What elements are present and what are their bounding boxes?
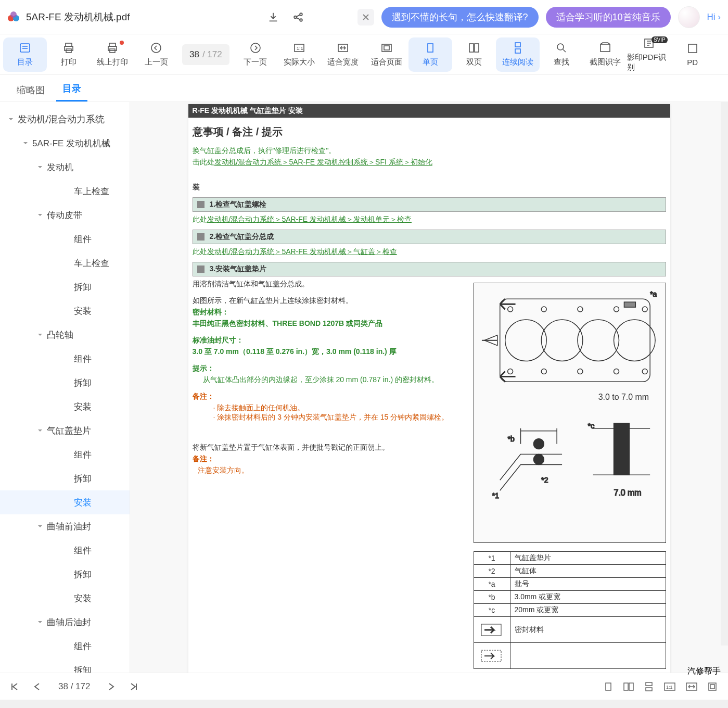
- toc-item[interactable]: 凸轮轴: [0, 323, 130, 347]
- toc-item[interactable]: 组件: [0, 347, 130, 371]
- toc-item[interactable]: 拆卸: [0, 658, 130, 673]
- tool-double[interactable]: 双页: [452, 37, 496, 72]
- greeting[interactable]: Hi ›: [707, 12, 721, 22]
- svg-text:*1: *1: [492, 491, 499, 500]
- next-icon: [249, 42, 262, 54]
- tool-find[interactable]: 查找: [540, 37, 583, 72]
- tool-single[interactable]: 单页: [408, 37, 452, 72]
- section-label: 装: [193, 183, 666, 192]
- caret-icon[interactable]: [22, 140, 29, 147]
- tool-actual[interactable]: 1:1实际大小: [277, 37, 321, 72]
- toc-item[interactable]: 车上检查: [0, 179, 130, 203]
- toc-item[interactable]: 安装: [0, 586, 130, 610]
- svg-point-38: [541, 307, 546, 312]
- view-continuous-icon[interactable]: [644, 681, 654, 692]
- doc-link[interactable]: 发动机/混合动力系统＞5AR-FE 发动机控制系统＞SFI 系统＞初始化: [214, 158, 432, 166]
- find-icon: [555, 42, 568, 54]
- toc-item[interactable]: 拆卸: [0, 562, 130, 586]
- toc-item[interactable]: 组件: [0, 634, 130, 658]
- next-page-button[interactable]: [108, 682, 115, 691]
- collapse-icon[interactable]: [197, 233, 205, 241]
- caret-icon[interactable]: [7, 116, 15, 123]
- tab-toc[interactable]: 目录: [56, 77, 87, 102]
- toc-item[interactable]: 组件: [0, 443, 130, 466]
- svg-rect-19: [384, 46, 389, 50]
- tool-continuous[interactable]: 连续阅读: [496, 37, 540, 72]
- toc-item[interactable]: 曲轴后油封: [0, 610, 130, 634]
- fit-page-icon[interactable]: [707, 681, 718, 692]
- scrollbar-horizontal[interactable]: [0, 700, 728, 708]
- tool-cloud-print[interactable]: 线上打印: [91, 37, 134, 72]
- view-single-icon[interactable]: [603, 681, 614, 692]
- svg-rect-44: [624, 302, 635, 307]
- zoom-11-icon[interactable]: 1:1: [663, 681, 676, 692]
- svg-point-34: [507, 307, 513, 312]
- caret-icon[interactable]: [36, 523, 44, 530]
- caret-icon[interactable]: [36, 163, 44, 171]
- tool-print[interactable]: 打印: [47, 37, 91, 72]
- tab-thumbnails[interactable]: 缩略图: [10, 79, 51, 102]
- scrollbar[interactable]: [721, 102, 728, 646]
- last-page-button[interactable]: [130, 682, 138, 691]
- snap-icon: [599, 42, 611, 54]
- toc-sidebar[interactable]: 发动机/混合动力系统5AR-FE 发动机机械发动机车上检查传动皮带组件车上检查拆…: [0, 102, 130, 673]
- step-2-header[interactable]: 2.检查气缸盖分总成: [193, 230, 666, 244]
- download-button[interactable]: [265, 9, 281, 25]
- svg-point-35: [642, 307, 647, 312]
- svg-point-32: [577, 320, 619, 361]
- toc-item[interactable]: 曲轴前油封: [0, 514, 130, 538]
- toc-item[interactable]: 组件: [0, 538, 130, 562]
- toc-item[interactable]: 发动机: [0, 155, 130, 179]
- toc-item[interactable]: 车上检查: [0, 251, 130, 275]
- avatar[interactable]: [678, 6, 700, 28]
- svg-point-30: [505, 320, 546, 361]
- toc-item[interactable]: 传动皮带: [0, 203, 130, 227]
- caret-icon[interactable]: [36, 211, 44, 219]
- doc-link[interactable]: 发动机/混合动力系统＞5AR-FE 发动机机械＞气缸盖＞检查: [207, 247, 398, 256]
- toc-item[interactable]: 发动机/混合动力系统: [0, 107, 130, 131]
- svg-rect-51: [614, 423, 629, 475]
- prev-page-button[interactable]: [33, 682, 41, 691]
- doc-link[interactable]: 发动机/混合动力系统＞5AR-FE 发动机机械＞发动机单元＞检查: [207, 215, 412, 223]
- step-1-header[interactable]: 1.检查气缸盖螺栓: [193, 197, 666, 212]
- svg-rect-10: [109, 43, 116, 46]
- toc-item[interactable]: 组件: [0, 227, 130, 251]
- tool-toc[interactable]: 目录: [3, 37, 47, 72]
- svg-rect-6: [20, 44, 30, 52]
- tool-fitp[interactable]: 适合页面: [365, 37, 408, 72]
- collapse-icon[interactable]: [197, 266, 205, 273]
- toc-item[interactable]: 5AR-FE 发动机机械: [0, 131, 130, 155]
- fit-width-icon[interactable]: [685, 681, 698, 692]
- toc-item[interactable]: 安装: [0, 395, 130, 419]
- collapse-icon[interactable]: [197, 201, 205, 208]
- tool-pdfmore[interactable]: PD: [671, 37, 714, 72]
- svg-rect-64: [709, 683, 716, 690]
- share-button[interactable]: [290, 9, 306, 25]
- toc-item[interactable]: 拆卸: [0, 371, 130, 395]
- caret-icon[interactable]: [36, 331, 44, 338]
- close-tip-button[interactable]: [357, 9, 374, 26]
- toc-item[interactable]: 安装: [0, 299, 130, 323]
- svg-rect-29: [500, 299, 649, 382]
- view-double-icon[interactable]: [623, 681, 634, 692]
- toc-item[interactable]: 气缸盖垫片: [0, 419, 130, 443]
- toc-item[interactable]: 拆卸: [0, 466, 130, 490]
- tool-next[interactable]: 下一页: [234, 37, 277, 72]
- svg-rect-59: [646, 682, 652, 686]
- caret-icon[interactable]: [36, 427, 44, 434]
- caret-icon[interactable]: [36, 618, 44, 626]
- step-3-header[interactable]: 3.安装气缸盖垫片: [193, 262, 666, 276]
- document-viewer[interactable]: R-FE 发动机机械 气缸盖垫片 安装 意事项 / 备注 / 提示 换气缸盖分总…: [130, 102, 728, 673]
- tool-snap[interactable]: 截图识字: [583, 37, 627, 72]
- toc-item[interactable]: 拆卸: [0, 275, 130, 299]
- tip-pill-1[interactable]: 遇到不懂的长句，怎么快速翻译?: [381, 7, 539, 28]
- tool-ocr[interactable]: SVIP影印PDF识别: [627, 37, 671, 72]
- first-page-button[interactable]: [10, 682, 19, 691]
- page-breadcrumb: R-FE 发动机机械 气缸盖垫片 安装: [188, 104, 670, 118]
- toc-item[interactable]: 安装: [0, 490, 130, 514]
- tip-pill-2[interactable]: 适合学习听的10首纯音乐: [546, 7, 671, 28]
- page-input[interactable]: 38 / 172: [182, 44, 229, 65]
- svg-point-40: [614, 307, 619, 312]
- tool-prev[interactable]: 上一页: [134, 37, 178, 72]
- tool-fitw[interactable]: 适合宽度: [321, 37, 365, 72]
